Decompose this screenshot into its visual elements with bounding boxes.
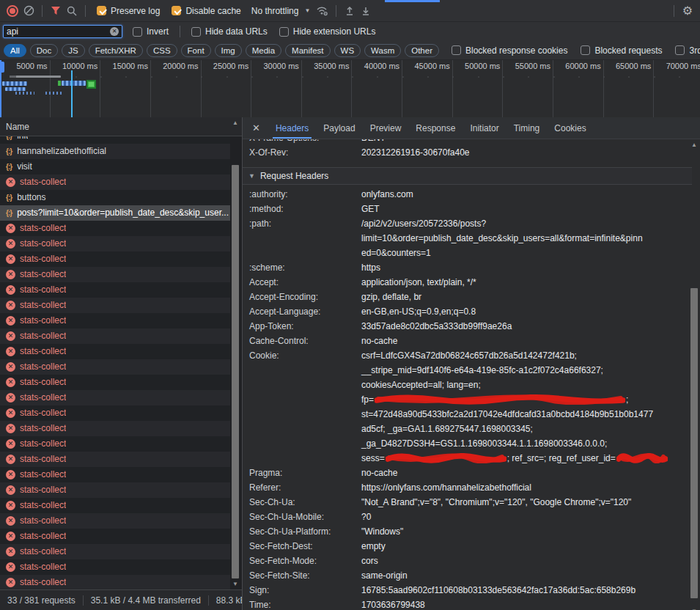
overview-tick-label: 55000 ms [515, 62, 550, 70]
filter-pill-css[interactable]: CSS [147, 44, 177, 57]
request-row[interactable]: {:}hannahelizabethofficial [0, 144, 230, 159]
request-row[interactable]: {:}buttons [0, 190, 230, 205]
request-row[interactable]: ✕stats-collect [0, 328, 230, 344]
request-row[interactable]: ✕stats-collect [0, 267, 230, 282]
blocked-response-cookies-checkbox[interactable]: Blocked response cookies [452, 45, 567, 56]
request-row[interactable]: ✕stats-collect [0, 174, 230, 190]
filter-pill-other[interactable]: Other [405, 44, 439, 57]
request-row[interactable]: ✕stats-collect [0, 498, 230, 513]
tab-cookies[interactable]: Cookies [547, 118, 593, 139]
request-row[interactable]: ✕stats-collect [0, 221, 230, 236]
header-value: https [361, 260, 692, 275]
network-conditions-button[interactable] [314, 3, 331, 19]
settings-button[interactable]: ⚙ [679, 3, 696, 19]
tab-payload[interactable]: Payload [316, 118, 362, 139]
request-row[interactable]: ✕stats-collect [0, 313, 230, 328]
request-row[interactable]: ✕stats-collect [0, 236, 230, 251]
request-row[interactable]: ✕stats-collect [0, 375, 230, 390]
request-list-scrollbar[interactable]: ▲ ▼ [230, 119, 240, 589]
header-value: onlyfans.com [361, 187, 692, 202]
filter-pill-manifest[interactable]: Manifest [285, 44, 330, 57]
filter-pill-doc[interactable]: Doc [30, 44, 58, 57]
header-value-line: fp=; [361, 392, 692, 407]
request-row[interactable]: ✕stats-collect [0, 298, 230, 313]
request-headers-section[interactable]: ▼ Request Headers [243, 167, 692, 185]
request-row[interactable]: ✕stats-collect [0, 544, 230, 559]
request-row[interactable]: {:}visit [0, 159, 230, 174]
filter-pill-js[interactable]: JS [62, 44, 84, 57]
request-row[interactable]: ✕stats-collect [0, 467, 230, 482]
request-row[interactable]: ✕stats-collect [0, 529, 230, 544]
request-row[interactable]: ✕stats-collect [0, 482, 230, 498]
record-button[interactable] [4, 3, 21, 19]
error-icon: ✕ [6, 439, 15, 449]
filter-pill-font[interactable]: Font [181, 44, 211, 57]
overview-column: 50000 ms [453, 60, 504, 117]
clear-icon [23, 5, 34, 16]
preserve-log-checkbox[interactable]: Preserve log [97, 6, 160, 16]
overview-drag-handle[interactable] [0, 62, 4, 73]
tab-timing[interactable]: Timing [506, 118, 548, 139]
tab-preview[interactable]: Preview [363, 118, 409, 139]
request-row[interactable]: ✕stats-collect [0, 513, 230, 529]
request-row[interactable]: ✕stats-collect [0, 251, 230, 267]
search-button[interactable] [64, 3, 80, 19]
request-row[interactable]: ✕stats-collect [0, 575, 230, 590]
tab-initiator[interactable]: Initiator [463, 118, 506, 139]
request-row[interactable]: ✕stats-collect [0, 390, 230, 405]
request-name: stats-collect [20, 359, 66, 375]
scroll-up-icon[interactable]: ▲ [689, 141, 699, 150]
invert-checkbox[interactable]: Invert [133, 26, 169, 37]
scrollbar-thumb[interactable] [232, 165, 239, 578]
tab-headers[interactable]: Headers [268, 118, 316, 139]
hide-data-urls-checkbox[interactable]: Hide data URLs [191, 26, 268, 37]
import-har-button[interactable] [342, 3, 358, 19]
filter-pill-fetch-xhr[interactable]: Fetch/XHR [89, 44, 143, 57]
export-har-button[interactable] [358, 3, 374, 19]
filter-pill-ws[interactable]: WS [334, 44, 361, 57]
close-icon[interactable]: ✕ [243, 122, 268, 133]
error-icon: ✕ [6, 270, 15, 279]
request-row[interactable]: ✕stats-collect [0, 405, 230, 421]
request-row[interactable]: ✕stats-collect [0, 282, 230, 298]
filter-pill-media[interactable]: Media [246, 44, 281, 57]
scroll-up-icon[interactable]: ▲ [230, 119, 240, 128]
filter-button[interactable] [48, 3, 64, 19]
request-name: stats-collect [20, 452, 66, 467]
request-row[interactable]: {:}posts?limit=10&order=publish_date_des… [0, 205, 230, 221]
waterfall-activity-dots [45, 92, 62, 95]
scroll-down-icon[interactable]: ▼ [689, 607, 699, 610]
scrollbar-thumb[interactable] [690, 288, 698, 598]
tab-response[interactable]: Response [408, 118, 463, 139]
third-party-requests-checkbox[interactable]: 3rd-party requests [675, 45, 700, 56]
header-row: Referer:https://onlyfans.com/hannaheliza… [243, 480, 692, 495]
request-row[interactable]: ✕stats-collect [0, 359, 230, 375]
request-name: stats-collect [20, 482, 66, 498]
scroll-down-icon[interactable]: ▼ [230, 580, 240, 589]
throttling-dropdown[interactable]: No throttling ▼ [251, 6, 311, 16]
name-column-header[interactable]: Name [0, 117, 242, 136]
filter-pill-all[interactable]: All [4, 44, 26, 57]
filter-input[interactable] [7, 26, 110, 37]
filter-pill-wasm[interactable]: Wasm [364, 44, 401, 57]
request-name: stats-collect [20, 267, 66, 282]
request-row[interactable]: ✕stats-collect [0, 559, 230, 575]
filter-pill-img[interactable]: Img [215, 44, 242, 57]
blocked-requests-checkbox[interactable]: Blocked requests [581, 45, 662, 56]
request-row[interactable]: ✕stats-collect [0, 421, 230, 436]
request-name: init [17, 136, 28, 144]
network-overview-timeline[interactable]: 5000 ms10000 ms15000 ms20000 ms25000 ms3… [0, 60, 700, 118]
overview-column: 20000 ms [151, 60, 202, 117]
request-row[interactable]: ✕stats-collect [0, 452, 230, 467]
header-value: 16785:5aad9602cf110608b03133de563642fac1… [361, 583, 692, 598]
request-row[interactable]: {:}init [0, 136, 230, 144]
clear-button[interactable] [21, 3, 37, 19]
details-scrollbar[interactable]: ▲ ▼ [689, 139, 699, 610]
hide-extension-urls-checkbox[interactable]: Hide extension URLs [279, 26, 376, 37]
disable-cache-checkbox[interactable]: Disable cache [172, 6, 240, 16]
clear-filter-icon[interactable]: ✕ [110, 27, 119, 36]
header-name: Sign: [243, 583, 361, 598]
request-row[interactable]: ✕stats-collect [0, 344, 230, 359]
toolbar-divider [336, 5, 336, 17]
request-row[interactable]: ✕stats-collect [0, 436, 230, 452]
